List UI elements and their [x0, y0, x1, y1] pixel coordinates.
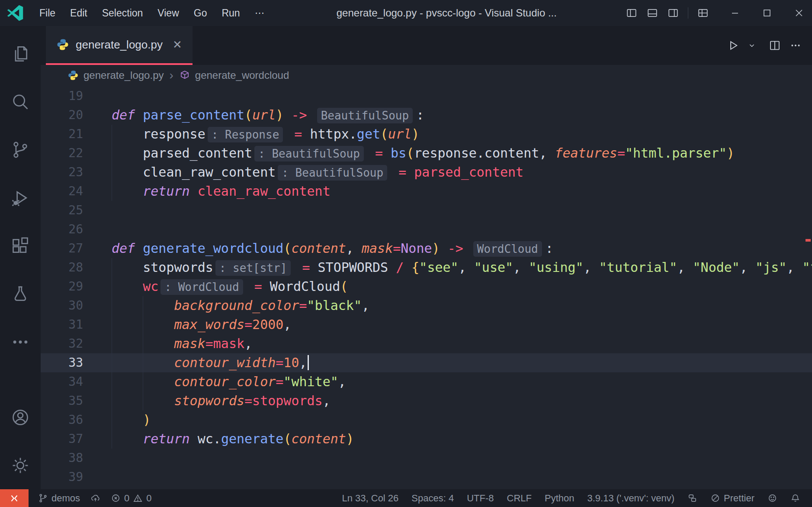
line-number[interactable]: 19 — [41, 87, 83, 106]
code-line-25[interactable]: 25 — [41, 201, 812, 220]
formatter-status[interactable]: Prettier — [704, 493, 761, 504]
vscode-logo-icon — [7, 5, 23, 21]
line-number[interactable]: 30 — [41, 296, 83, 315]
settings-gear-icon[interactable] — [0, 441, 41, 489]
code-line-20[interactable]: 20def parse_content(url) -> BeautifulSou… — [41, 106, 812, 125]
menu-view[interactable]: View — [150, 5, 186, 22]
code-line-content — [83, 220, 112, 239]
code-line-21[interactable]: 21 response: Response = httpx.get(url) — [41, 125, 812, 144]
indent-guide — [112, 429, 112, 449]
error-icon — [111, 493, 121, 503]
eol-status[interactable]: CRLF — [501, 493, 538, 504]
tab-label: generate_logo.py — [76, 38, 163, 52]
line-number[interactable]: 32 — [41, 334, 83, 353]
code-line-27[interactable]: 27def generate_wordcloud(content, mask=N… — [41, 239, 812, 258]
code-line-23[interactable]: 23 clean_raw_content: BeautifulSoup = pa… — [41, 163, 812, 182]
toggle-primary-sidebar-icon[interactable] — [621, 3, 642, 23]
line-number[interactable]: 20 — [41, 106, 83, 125]
menu-edit[interactable]: Edit — [63, 5, 95, 22]
close-window-button[interactable] — [789, 3, 809, 23]
minimize-button[interactable] — [725, 3, 745, 23]
branch-status[interactable]: demos — [33, 493, 85, 504]
source-control-icon[interactable] — [0, 126, 41, 174]
line-number[interactable]: 36 — [41, 410, 83, 429]
run-dropdown-chevron-icon[interactable] — [745, 36, 764, 55]
explorer-icon[interactable] — [0, 29, 41, 78]
tab-close-icon[interactable]: ✕ — [173, 38, 182, 52]
line-number[interactable]: 26 — [41, 220, 83, 239]
code-area[interactable]: 1920def parse_content(url) -> BeautifulS… — [41, 86, 812, 489]
more-views-icon[interactable] — [0, 318, 41, 366]
line-number[interactable]: 39 — [41, 468, 83, 487]
menu-more[interactable]: ⋯ — [247, 5, 272, 22]
indent-guide — [143, 334, 143, 353]
customize-layout-icon[interactable] — [693, 3, 713, 23]
line-number[interactable]: 29 — [41, 277, 83, 296]
language-mode-status[interactable]: Python — [538, 493, 581, 504]
maximize-button[interactable] — [757, 3, 777, 23]
search-icon[interactable] — [0, 78, 41, 126]
code-line-content: ) — [83, 410, 151, 429]
indentation-status[interactable]: Spaces: 4 — [405, 493, 460, 504]
line-number[interactable]: 37 — [41, 429, 83, 449]
line-number[interactable]: 22 — [41, 144, 83, 163]
code-line-26[interactable]: 26 — [41, 220, 812, 239]
code-line-37[interactable]: 37 return wc.generate(content) — [41, 429, 812, 449]
formatter-label: Prettier — [724, 493, 754, 504]
toggle-secondary-sidebar-icon[interactable] — [663, 3, 684, 23]
code-line-39[interactable]: 39 — [41, 468, 812, 487]
run-file-icon[interactable] — [724, 36, 743, 55]
toggle-panel-icon[interactable] — [642, 3, 663, 23]
breadcrumb-file[interactable]: generate_logo.py — [83, 69, 164, 81]
line-number[interactable]: 25 — [41, 201, 83, 220]
code-line-28[interactable]: 28 stopwords: set[str] = STOPWORDS / {"s… — [41, 258, 812, 277]
feedback-icon[interactable] — [761, 493, 784, 503]
code-line-30[interactable]: 30 background_color="black", — [41, 296, 812, 315]
indent-guide — [112, 372, 112, 391]
breadcrumb-symbol[interactable]: generate_wordcloud — [195, 69, 289, 81]
line-number[interactable]: 38 — [41, 449, 83, 468]
code-line-34[interactable]: 34 contour_color="white", — [41, 372, 812, 391]
line-number[interactable]: 31 — [41, 315, 83, 334]
line-number[interactable]: 24 — [41, 182, 83, 201]
code-line-36[interactable]: 36 ) — [41, 410, 812, 429]
line-number[interactable]: 34 — [41, 372, 83, 391]
menu-run[interactable]: Run — [214, 5, 247, 22]
code-line-29[interactable]: 29 wc: WordCloud = WordCloud( — [41, 277, 812, 296]
python-interpreter-status[interactable]: 3.9.13 ('.venv': venv) — [581, 493, 681, 504]
testing-icon[interactable] — [0, 270, 41, 318]
split-editor-icon[interactable] — [765, 36, 784, 55]
notifications-bell-icon[interactable] — [784, 493, 807, 503]
menu-file[interactable]: File — [32, 5, 63, 22]
code-line-38[interactable]: 38 — [41, 449, 812, 468]
remote-indicator[interactable] — [0, 489, 29, 507]
code-line-35[interactable]: 35 stopwords=stopwords, — [41, 391, 812, 410]
code-line-32[interactable]: 32 mask=mask, — [41, 334, 812, 353]
editor-group: generate_logo.py ✕ — [41, 26, 812, 489]
line-number[interactable]: 35 — [41, 391, 83, 410]
encoding-status[interactable]: UTF-8 — [460, 493, 500, 504]
publish-status[interactable] — [85, 493, 106, 503]
more-actions-icon[interactable] — [786, 36, 805, 55]
code-line-24[interactable]: 24 return clean_raw_content — [41, 182, 812, 201]
line-number[interactable]: 28 — [41, 258, 83, 277]
extensions-icon[interactable] — [0, 222, 41, 270]
symbol-cube-icon — [179, 70, 190, 81]
tab-generate-logo[interactable]: generate_logo.py ✕ — [46, 26, 193, 65]
menu-go[interactable]: Go — [186, 5, 215, 22]
line-number[interactable]: 23 — [41, 163, 83, 182]
code-line-22[interactable]: 22 parsed_content: BeautifulSoup = bs(re… — [41, 144, 812, 163]
line-number[interactable]: 21 — [41, 125, 83, 144]
python-env-icon[interactable] — [681, 493, 704, 503]
code-line-33[interactable]: 33 contour_width=10, — [41, 353, 812, 372]
code-line-31[interactable]: 31 max_words=2000, — [41, 315, 812, 334]
line-number[interactable]: 33 — [41, 353, 83, 372]
run-and-debug-icon[interactable] — [0, 174, 41, 222]
status-bar-right: Ln 33, Col 26 Spaces: 4 UTF-8 CRLF Pytho… — [335, 493, 812, 504]
account-icon[interactable] — [0, 393, 41, 441]
cursor-position-status[interactable]: Ln 33, Col 26 — [335, 493, 405, 504]
problems-status[interactable]: 0 0 — [106, 493, 157, 504]
line-number[interactable]: 27 — [41, 239, 83, 258]
code-line-19[interactable]: 19 — [41, 87, 812, 106]
menu-selection[interactable]: Selection — [95, 5, 151, 22]
